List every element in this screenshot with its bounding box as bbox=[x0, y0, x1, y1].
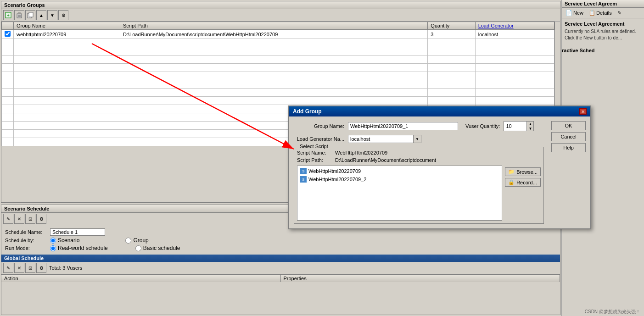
script-path-label: Script Path: bbox=[297, 157, 331, 163]
sla-description: Currently no SLA rules are defined. Clic… bbox=[565, 28, 641, 41]
scenario-radio-option[interactable]: Scenario bbox=[50, 237, 79, 244]
sla-new-label: New bbox=[573, 10, 583, 16]
col-quantity: Quantity bbox=[428, 22, 475, 30]
table-row-empty-7 bbox=[2, 89, 554, 97]
col-load-generator[interactable]: Load Generator bbox=[475, 22, 554, 30]
basic-radio-option[interactable]: Basic schedule bbox=[135, 245, 180, 251]
sla-title: Service Level Agreem bbox=[562, 0, 644, 8]
sla-content: Service Level Agreement Currently no SLA… bbox=[562, 18, 644, 44]
table-row-empty-3 bbox=[2, 55, 554, 64]
cancel-button[interactable]: Cancel bbox=[551, 132, 586, 141]
move-down-btn[interactable]: ▼ bbox=[47, 10, 57, 20]
schedule-delete-btn[interactable]: ✕ bbox=[14, 214, 24, 224]
settings-btn[interactable]: ⚙ bbox=[58, 10, 68, 20]
record-btn[interactable]: 🔒 Record... bbox=[505, 178, 541, 187]
add-group-btn[interactable]: + bbox=[3, 10, 13, 20]
dialog-action-buttons: OK Cancel Help bbox=[549, 116, 590, 228]
vuser-quantity-spinner: ▲ ▼ bbox=[504, 121, 534, 131]
script-name-label: Script Name: bbox=[297, 150, 331, 155]
script-list-item-1[interactable]: S WebHttpHtml20220709 bbox=[298, 167, 501, 175]
row-script-path: D:\LoadRunner\MyDocument\scriptdocument\… bbox=[120, 30, 428, 39]
script-list-item-2-name: WebHttpHtml20220709_2 bbox=[308, 177, 366, 182]
global-copy-btn[interactable]: ⊡ bbox=[25, 263, 35, 273]
sla-edit-btn[interactable]: ✎ bbox=[616, 9, 623, 17]
scenario-radio-label: Scenario bbox=[58, 237, 79, 244]
global-schedule-bar: Global Schedule bbox=[1, 255, 560, 262]
script-side-buttons: 📁 Browse... 🔒 Record... bbox=[505, 166, 541, 221]
group-radio[interactable] bbox=[125, 238, 131, 244]
real-world-radio-label: Real-world schedule bbox=[58, 245, 108, 251]
basic-radio[interactable] bbox=[135, 245, 141, 251]
table-row-empty-2 bbox=[2, 47, 554, 55]
svg-text:+: + bbox=[7, 13, 10, 18]
svg-rect-8 bbox=[29, 12, 33, 17]
script-listbox[interactable]: S WebHttpHtml20220709 S WebHttpHtml20220… bbox=[297, 166, 502, 221]
global-settings-btn[interactable]: ⚙ bbox=[36, 263, 46, 273]
move-up-btn[interactable]: ▲ bbox=[36, 10, 46, 20]
schedule-name-label: Schedule Name: bbox=[5, 229, 46, 235]
load-generator-select[interactable]: localhost bbox=[348, 135, 421, 143]
row-checkbox[interactable] bbox=[5, 31, 11, 37]
script-list-item-2[interactable]: S WebHttpHtml20220709_2 bbox=[298, 175, 501, 183]
load-generator-combo: localhost ▼ bbox=[348, 135, 421, 143]
schedule-copy-btn[interactable]: ⊡ bbox=[25, 214, 35, 224]
col-script-path: Script Path bbox=[120, 22, 428, 30]
global-schedule-toolbar: ✎ ✕ ⊡ ⚙ Total: 3 Vusers bbox=[1, 262, 560, 274]
script-path-value: D:\LoadRunner\MyDocument\scriptdocument bbox=[335, 157, 436, 163]
real-world-radio-option[interactable]: Real-world schedule bbox=[50, 245, 108, 251]
ok-button[interactable]: OK bbox=[551, 121, 586, 130]
table-row-empty-4 bbox=[2, 64, 554, 72]
dialog-title: Add Group bbox=[293, 108, 322, 115]
row-quantity: 3 bbox=[428, 30, 475, 39]
copy-group-btn[interactable] bbox=[25, 10, 35, 20]
col-group-name: Group Name bbox=[14, 22, 120, 30]
spinner-down-btn[interactable]: ▼ bbox=[527, 126, 533, 131]
row-group-name: webhttphtml20220709 bbox=[14, 30, 120, 39]
help-button[interactable]: Help bbox=[551, 143, 586, 152]
properties-col-header: Properties bbox=[281, 275, 560, 282]
action-properties-bar: Action Properties bbox=[1, 274, 560, 282]
group-radio-label: Group bbox=[133, 237, 148, 244]
sla-details-label: Details bbox=[596, 10, 612, 16]
dialog-close-btn[interactable]: ✕ bbox=[579, 108, 587, 115]
table-row-empty-5 bbox=[2, 72, 554, 80]
details-icon: 📋 bbox=[589, 10, 595, 16]
delete-group-btn[interactable] bbox=[14, 10, 24, 20]
interactive-schedule: ractive Sched bbox=[562, 48, 644, 53]
sla-details-btn[interactable]: 📋 Details bbox=[587, 9, 614, 17]
browse-btn[interactable]: 📁 Browse... bbox=[505, 167, 541, 176]
global-delete-btn[interactable]: ✕ bbox=[14, 263, 24, 273]
table-row-empty-6 bbox=[2, 80, 554, 89]
record-icon: 🔒 bbox=[508, 179, 515, 185]
scenario-radio[interactable] bbox=[50, 238, 56, 244]
dialog-titlebar: Add Group ✕ bbox=[289, 106, 590, 116]
browse-label: Browse... bbox=[516, 169, 538, 175]
record-label: Record... bbox=[516, 180, 537, 185]
run-mode-label: Run Mode: bbox=[5, 245, 46, 251]
browse-icon: 📁 bbox=[508, 169, 515, 175]
row-load-generator: localhost bbox=[475, 30, 554, 39]
new-icon: 📄 bbox=[566, 10, 572, 16]
group-radio-option[interactable]: Group bbox=[125, 237, 148, 244]
vuser-quantity-input[interactable] bbox=[504, 121, 526, 131]
sla-new-btn[interactable]: 📄 New bbox=[564, 9, 585, 17]
table-row: webhttphtml20220709 D:\LoadRunner\MyDocu… bbox=[2, 30, 554, 39]
schedule-edit-btn[interactable]: ✎ bbox=[3, 214, 13, 224]
group-name-label: Group Name: bbox=[294, 123, 344, 129]
real-world-radio[interactable] bbox=[50, 245, 56, 251]
spinner-up-btn[interactable]: ▲ bbox=[527, 122, 533, 126]
sla-toolbar: 📄 New 📋 Details ✎ bbox=[562, 8, 644, 18]
schedule-by-label: Schedule by: bbox=[5, 238, 46, 243]
schedule-name-input[interactable] bbox=[50, 228, 105, 236]
run-mode-group: Real-world schedule Basic schedule bbox=[50, 245, 180, 251]
select-script-group: Select Script Script Name: WebHttpHtml20… bbox=[294, 147, 544, 224]
schedule-settings-btn[interactable]: ⚙ bbox=[36, 214, 46, 224]
table-row-empty-8 bbox=[2, 97, 554, 105]
basic-radio-label: Basic schedule bbox=[143, 245, 180, 251]
script-icon-1: S bbox=[300, 168, 307, 174]
table-row-empty-1 bbox=[2, 39, 554, 47]
add-group-dialog: Add Group ✕ Group Name: Vuser Quantity: … bbox=[288, 105, 591, 229]
group-name-input[interactable] bbox=[348, 122, 458, 130]
global-edit-btn[interactable]: ✎ bbox=[3, 263, 13, 273]
sla-subtitle: Service Level Agreement bbox=[565, 21, 641, 27]
